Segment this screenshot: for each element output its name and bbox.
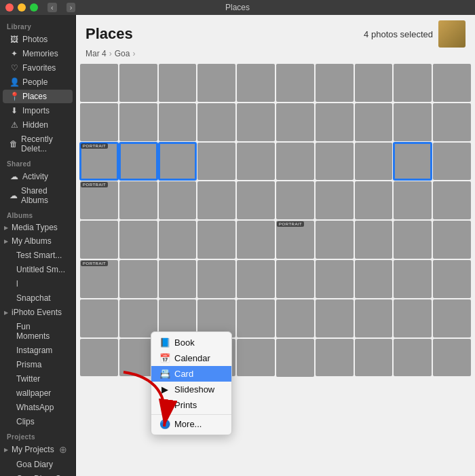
- photo-cell[interactable]: [394, 260, 432, 298]
- breadcrumb-date[interactable]: Mar 4: [86, 49, 107, 58]
- sidebar-item-photos[interactable]: 🖼 Photos: [3, 33, 73, 46]
- photo-cell[interactable]: PORTRAIT: [80, 260, 118, 298]
- photo-cell[interactable]: [237, 103, 275, 141]
- breadcrumb-location[interactable]: Goa: [115, 49, 130, 58]
- photo-cell[interactable]: [159, 181, 197, 219]
- photo-cell[interactable]: PORTRAIT: [80, 143, 118, 181]
- photo-cell[interactable]: [197, 260, 235, 298]
- photo-cell[interactable]: [80, 221, 118, 259]
- photo-cell[interactable]: [394, 181, 432, 219]
- sidebar-item-prisma[interactable]: Prisma: [3, 358, 73, 371]
- sidebar-item-imports[interactable]: ⬇ Imports: [3, 104, 73, 117]
- photo-cell[interactable]: [119, 299, 157, 337]
- photo-cell[interactable]: PORTRAIT: [80, 181, 118, 219]
- photo-cell[interactable]: [119, 143, 157, 181]
- photo-cell[interactable]: [355, 181, 393, 219]
- sidebar-item-my-projects[interactable]: ▶ My Projects ⊕: [0, 442, 75, 457]
- photo-cell[interactable]: [316, 64, 354, 102]
- sidebar-item-fun-moments[interactable]: Fun Moments: [3, 320, 73, 343]
- photo-cell[interactable]: [316, 221, 354, 259]
- photo-cell[interactable]: [159, 143, 197, 181]
- menu-item-calendar[interactable]: 📅 Calendar: [151, 350, 231, 366]
- photo-cell[interactable]: [197, 143, 235, 181]
- sidebar-item-test-smart[interactable]: Test Smart...: [3, 249, 73, 262]
- photo-cell[interactable]: [355, 143, 393, 181]
- photo-cell[interactable]: [355, 103, 393, 141]
- photo-cell[interactable]: [433, 260, 471, 298]
- photo-cell[interactable]: [276, 103, 314, 141]
- photo-cell[interactable]: [355, 299, 393, 337]
- sidebar-item-untitled-sm[interactable]: Untitled Sm...: [3, 263, 73, 276]
- forward-button[interactable]: ›: [66, 3, 76, 12]
- sidebar-item-twitter[interactable]: Twitter: [3, 372, 73, 386]
- photo-cell[interactable]: [197, 221, 235, 259]
- photo-cell[interactable]: [316, 181, 354, 219]
- photo-cell[interactable]: [433, 221, 471, 259]
- photo-cell[interactable]: [159, 64, 197, 102]
- photo-cell[interactable]: [276, 181, 314, 219]
- sidebar-item-people[interactable]: 👤 People: [3, 75, 73, 89]
- photo-cell[interactable]: [433, 299, 471, 337]
- photo-cell[interactable]: [80, 64, 118, 102]
- photo-cell[interactable]: [394, 103, 432, 141]
- photo-cell[interactable]: [316, 260, 354, 298]
- photo-cell[interactable]: [394, 299, 432, 337]
- sidebar-item-iphoto-events[interactable]: ▶ iPhoto Events: [0, 306, 75, 319]
- photo-cell[interactable]: [237, 299, 275, 337]
- photo-cell[interactable]: [355, 221, 393, 259]
- photo-cell[interactable]: [316, 299, 354, 337]
- photo-cell[interactable]: [119, 64, 157, 102]
- back-button[interactable]: ‹: [48, 3, 57, 12]
- sidebar-item-my-albums[interactable]: ▶ My Albums: [0, 234, 75, 248]
- sidebar-item-media-types[interactable]: ▶ Media Types: [0, 221, 75, 234]
- menu-item-book[interactable]: 📘 Book: [151, 335, 231, 350]
- sidebar-item-favorites[interactable]: ♡ Favorites: [3, 61, 73, 75]
- sidebar-item-goa-diary-c[interactable]: Goa Diary C: [3, 472, 73, 476]
- photo-cell[interactable]: [159, 221, 197, 259]
- minimize-button[interactable]: [18, 3, 26, 12]
- sidebar-item-recently-deleted[interactable]: 🗑 Recently Delet...: [3, 132, 73, 155]
- close-button[interactable]: [5, 3, 14, 12]
- photo-cell[interactable]: [237, 143, 275, 181]
- photo-cell[interactable]: [159, 103, 197, 141]
- sidebar-item-hidden[interactable]: ⚠ Hidden: [3, 118, 73, 132]
- photo-cell[interactable]: [197, 103, 235, 141]
- photo-cell[interactable]: [237, 339, 275, 377]
- photo-cell[interactable]: [316, 339, 354, 377]
- sidebar-item-clips[interactable]: Clips: [3, 415, 73, 428]
- photo-cell[interactable]: [119, 181, 157, 219]
- photo-cell[interactable]: [119, 103, 157, 141]
- menu-item-more[interactable]: 🔵 More...: [151, 416, 231, 432]
- photo-cell[interactable]: [355, 260, 393, 298]
- photo-cell[interactable]: [276, 299, 314, 337]
- photo-cell[interactable]: [433, 339, 471, 377]
- photo-cell[interactable]: [394, 221, 432, 259]
- photo-cell[interactable]: [80, 339, 118, 377]
- photo-cell[interactable]: [80, 103, 118, 141]
- sidebar-item-shared-albums[interactable]: ☁ Shared Albums: [3, 184, 73, 207]
- sidebar-item-wallpaper[interactable]: wallpaper: [3, 386, 73, 400]
- sidebar-item-memories[interactable]: ✦ Memories: [3, 47, 73, 60]
- sidebar-item-snapchat[interactable]: Snapchat: [3, 291, 73, 305]
- photo-cell[interactable]: [433, 181, 471, 219]
- photo-cell[interactable]: [237, 260, 275, 298]
- photo-cell[interactable]: [355, 64, 393, 102]
- menu-item-slideshow[interactable]: ▶ Slideshow: [151, 382, 231, 397]
- sidebar-item-whatsapp[interactable]: WhatsApp: [3, 401, 73, 414]
- photo-cell[interactable]: [276, 64, 314, 102]
- photo-cell[interactable]: [433, 64, 471, 102]
- photo-cell[interactable]: [433, 143, 471, 181]
- photo-cell[interactable]: [394, 64, 432, 102]
- photo-cell[interactable]: [159, 260, 197, 298]
- photo-cell[interactable]: [237, 221, 275, 259]
- sidebar-item-instagram[interactable]: Instagram: [3, 344, 73, 357]
- photo-cell[interactable]: [394, 143, 432, 181]
- photo-cell[interactable]: [119, 221, 157, 259]
- photo-cell[interactable]: [276, 143, 314, 181]
- photo-cell[interactable]: [80, 299, 118, 337]
- sidebar-item-activity[interactable]: ☁ Activity: [3, 170, 73, 183]
- photo-cell[interactable]: [119, 260, 157, 298]
- sidebar-item-goa-diary[interactable]: Goa Diary: [3, 458, 73, 471]
- sidebar-item-places[interactable]: 📍 Places: [3, 90, 73, 103]
- photo-cell[interactable]: [197, 64, 235, 102]
